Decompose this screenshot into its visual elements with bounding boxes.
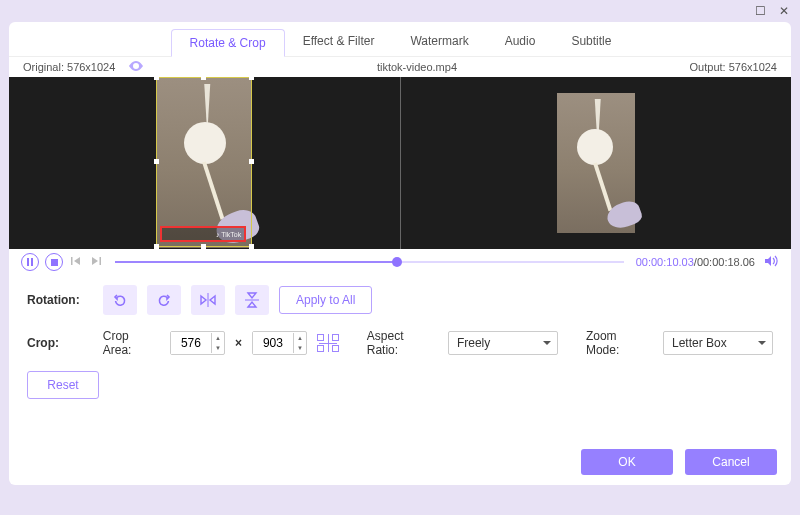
svg-rect-4 <box>71 257 73 265</box>
crop-width-up[interactable]: ▲ <box>212 333 224 343</box>
tab-watermark[interactable]: Watermark <box>392 28 486 56</box>
preview-output <box>401 77 792 249</box>
close-button[interactable]: ✕ <box>778 5 790 17</box>
playback-bar: 00:00:10.03/00:00:18.06 <box>9 249 791 275</box>
crop-handle-lm[interactable] <box>154 159 159 164</box>
video-frame-output <box>557 93 635 233</box>
svg-rect-7 <box>100 257 102 265</box>
aspect-ratio-select[interactable]: Freely <box>448 331 558 355</box>
next-frame-button[interactable] <box>89 256 103 268</box>
crop-handle-br[interactable] <box>249 244 254 249</box>
seek-track[interactable] <box>115 255 624 269</box>
reset-row: Reset <box>27 371 773 399</box>
prev-frame-button[interactable] <box>69 256 83 268</box>
footer-buttons: OK Cancel <box>581 449 777 475</box>
svg-rect-2 <box>31 258 33 266</box>
multiply-icon: × <box>235 336 242 350</box>
rotation-row: Rotation: Apply to All <box>27 285 773 315</box>
crop-handle-tl[interactable] <box>154 77 159 80</box>
crop-handle-bm[interactable] <box>201 244 206 249</box>
info-bar: Original: 576x1024 tiktok-video.mp4 Outp… <box>9 57 791 77</box>
apply-to-all-button[interactable]: Apply to All <box>279 286 372 314</box>
titlebar: ☐ ✕ <box>0 0 800 22</box>
stop-button[interactable] <box>45 253 63 271</box>
svg-rect-1 <box>27 258 29 266</box>
tab-effect-filter[interactable]: Effect & Filter <box>285 28 393 56</box>
zoom-mode-label: Zoom Mode: <box>586 329 653 357</box>
original-size-label: Original: 576x1024 <box>23 61 144 73</box>
content-panel: Rotate & Crop Effect & Filter Watermark … <box>9 22 791 485</box>
maximize-button[interactable]: ☐ <box>754 5 766 17</box>
editor-window: ☐ ✕ Rotate & Crop Effect & Filter Waterm… <box>0 0 800 515</box>
crop-height-spinner[interactable]: ▲▼ <box>252 331 307 355</box>
tab-subtitle[interactable]: Subtitle <box>553 28 629 56</box>
crop-handle-rm[interactable] <box>249 159 254 164</box>
crop-width-spinner[interactable]: ▲▼ <box>170 331 225 355</box>
volume-icon[interactable] <box>765 254 779 270</box>
svg-marker-10 <box>201 296 206 304</box>
zoom-mode-select[interactable]: Letter Box <box>663 331 773 355</box>
tab-rotate-crop[interactable]: Rotate & Crop <box>171 29 285 57</box>
frame-art <box>577 129 613 165</box>
crop-width-input[interactable] <box>171 332 211 354</box>
crop-selection[interactable] <box>156 77 252 247</box>
rotate-left-button[interactable] <box>103 285 137 315</box>
original-size-text: Original: 576x1024 <box>23 61 115 73</box>
frame-art <box>593 162 612 211</box>
time-display: 00:00:10.03/00:00:18.06 <box>636 256 755 268</box>
svg-marker-14 <box>248 302 256 307</box>
svg-marker-6 <box>92 257 98 265</box>
aspect-ratio-label: Aspect Ratio: <box>367 329 438 357</box>
svg-marker-13 <box>248 293 256 298</box>
crop-width-field: ▲▼ <box>170 331 225 355</box>
output-size-label: Output: 576x1024 <box>690 61 777 73</box>
bottom-spacer <box>9 507 791 509</box>
svg-marker-8 <box>765 256 771 266</box>
preview-original[interactable]: ♪ TikTok <box>9 77 401 249</box>
ok-button[interactable]: OK <box>581 449 673 475</box>
pause-button[interactable] <box>21 253 39 271</box>
rotation-label: Rotation: <box>27 293 93 307</box>
svg-point-0 <box>135 65 138 68</box>
seek-thumb[interactable] <box>392 257 402 267</box>
total-time: 00:00:18.06 <box>697 256 755 268</box>
tab-audio[interactable]: Audio <box>487 28 554 56</box>
flip-horizontal-button[interactable] <box>191 285 225 315</box>
crop-width-down[interactable]: ▼ <box>212 343 224 353</box>
controls-panel: Rotation: Apply to All Crop: Crop Area: <box>9 275 791 423</box>
crop-handle-tr[interactable] <box>249 77 254 80</box>
crop-handle-tm[interactable] <box>201 77 206 80</box>
svg-rect-3 <box>51 259 58 266</box>
tab-bar: Rotate & Crop Effect & Filter Watermark … <box>9 22 791 57</box>
svg-marker-11 <box>210 296 215 304</box>
rotate-right-button[interactable] <box>147 285 181 315</box>
cancel-button[interactable]: Cancel <box>685 449 777 475</box>
current-time: 00:00:10.03 <box>636 256 694 268</box>
crop-height-input[interactable] <box>253 332 293 354</box>
center-crop-button[interactable] <box>317 332 339 354</box>
crop-height-down[interactable]: ▼ <box>294 343 306 353</box>
preview-eye-icon[interactable] <box>128 61 144 73</box>
crop-handle-bl[interactable] <box>154 244 159 249</box>
crop-row: Crop: Crop Area: ▲▼ × ▲▼ <box>27 329 773 357</box>
seek-progress <box>115 261 397 263</box>
crop-area-label: Crop Area: <box>103 329 160 357</box>
svg-marker-5 <box>74 257 80 265</box>
filename-label: tiktok-video.mp4 <box>144 61 689 73</box>
crop-height-field: ▲▼ <box>252 331 307 355</box>
crop-height-up[interactable]: ▲ <box>294 333 306 343</box>
crop-label: Crop: <box>27 336 93 350</box>
reset-button[interactable]: Reset <box>27 371 99 399</box>
flip-vertical-button[interactable] <box>235 285 269 315</box>
preview-area: ♪ TikTok <box>9 77 791 249</box>
